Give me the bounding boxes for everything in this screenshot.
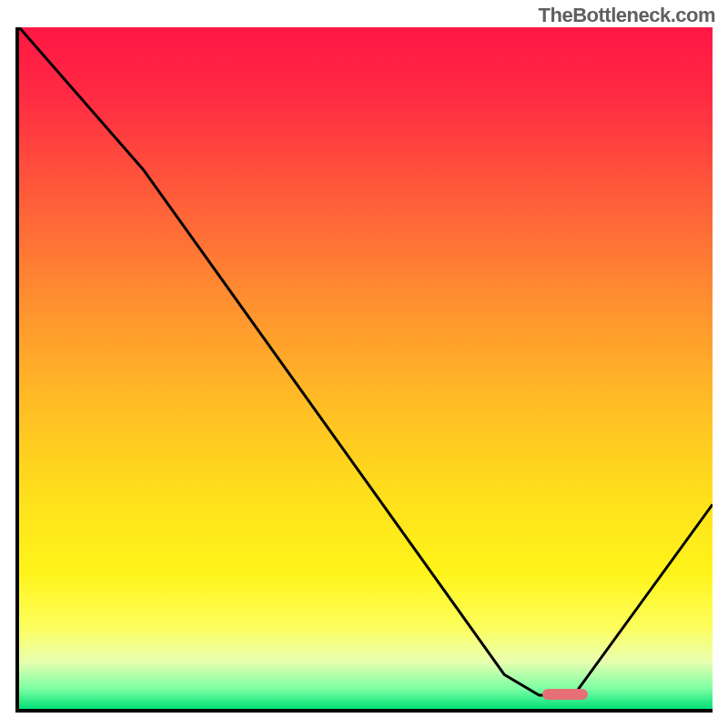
gradient-background xyxy=(19,27,713,709)
chart-canvas xyxy=(19,27,713,709)
optimal-range-marker xyxy=(542,689,588,700)
plot-axes xyxy=(15,27,713,713)
watermark-label: TheBottleneck.com xyxy=(539,4,715,27)
plot-inner xyxy=(19,27,713,709)
